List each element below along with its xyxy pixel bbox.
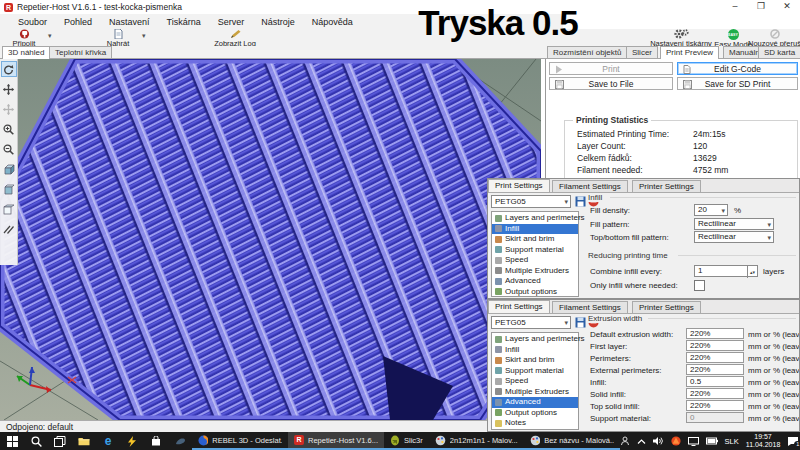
tab-printer-settings[interactable]: Printer Settings xyxy=(632,180,701,192)
people-icon[interactable] xyxy=(620,436,630,446)
tab-printer-settings[interactable]: Printer Settings xyxy=(632,301,701,313)
close-button[interactable]: ✕ xyxy=(774,0,800,14)
profile-combo[interactable]: PETG05▾ xyxy=(491,195,571,208)
profile-combo[interactable]: PETG05▾ xyxy=(491,316,571,329)
task-view-icon[interactable] xyxy=(48,432,72,450)
zoom-in-tool[interactable] xyxy=(1,121,17,137)
fill-pattern-combo[interactable]: Rectilinear▾ xyxy=(694,218,774,230)
taskbar-window-repetier[interactable]: R Repetier-Host V1.6... xyxy=(288,432,384,450)
tab-filament-settings[interactable]: Filament Settings xyxy=(552,180,628,192)
extrusion-input[interactable]: 220% xyxy=(686,388,744,399)
connect-dropdown-caret[interactable]: ▾ xyxy=(48,32,52,40)
store-icon[interactable] xyxy=(144,432,168,450)
tab-print-settings[interactable]: Print Settings xyxy=(488,179,550,192)
tree-item[interactable]: Layers and perimeters xyxy=(492,213,578,224)
extrusion-input[interactable]: 220% xyxy=(686,340,744,351)
tab-slicer[interactable]: Slicer xyxy=(626,46,658,58)
edit-gcode-button[interactable]: Edit G-Code xyxy=(677,62,798,75)
tab-filament-settings[interactable]: Filament Settings xyxy=(552,301,628,313)
menu-server[interactable]: Server xyxy=(218,17,245,27)
emergency-stop-button[interactable]: Nouzové přerušení xyxy=(748,29,800,46)
extrusion-input[interactable]: 0.5 xyxy=(686,376,744,387)
network-display-icon[interactable] xyxy=(688,437,699,446)
battery-icon[interactable] xyxy=(706,437,718,445)
tab-3d-nahled[interactable]: 3D náhled xyxy=(2,46,50,59)
iso-view-tool[interactable] xyxy=(1,161,17,177)
save-for-sd-button[interactable]: Save for SD Print xyxy=(677,77,798,90)
tree-item[interactable]: Skirt and brim xyxy=(492,355,578,366)
tree-item[interactable]: Infill xyxy=(492,345,578,356)
tree-item[interactable]: Speed xyxy=(492,376,578,387)
printer-settings-button[interactable]: Nastavení tiskárny xyxy=(645,29,717,46)
tree-item[interactable]: Layers and perimeters xyxy=(492,334,578,345)
tree-item[interactable]: Skirt and brim xyxy=(492,234,578,245)
zoom-out-tool[interactable] xyxy=(1,141,17,157)
rotate-view-tool[interactable] xyxy=(1,61,17,77)
taskbar-window-paint-1[interactable]: 2n12m1n1 - Malov... xyxy=(429,432,524,450)
tree-item[interactable]: Support material xyxy=(492,245,578,256)
menu-tiskarna[interactable]: Tiskárna xyxy=(167,17,201,27)
fill-density-combo[interactable]: 20▾ xyxy=(694,204,728,216)
tab-print-settings[interactable]: Print Settings xyxy=(488,300,550,313)
tree-item[interactable]: Output options xyxy=(492,287,578,298)
menu-pohled[interactable]: Pohled xyxy=(64,17,92,27)
tab-rozmisteni-objektu[interactable]: Rozmístění objektů xyxy=(547,46,627,58)
load-dropdown-caret[interactable]: ▾ xyxy=(142,32,146,40)
search-icon[interactable] xyxy=(24,432,48,450)
save-profile-icon[interactable] xyxy=(575,196,586,207)
clock[interactable]: 19:57 11.04.2018 xyxy=(746,433,781,449)
tab-print-preview[interactable]: Print Preview xyxy=(660,46,719,59)
menu-napoveda[interactable]: Nápověda xyxy=(312,17,353,27)
only-infill-checkbox[interactable] xyxy=(694,280,705,291)
tree-item[interactable]: Notes xyxy=(492,418,578,429)
tray-expand-chevron-icon[interactable] xyxy=(637,438,646,445)
connect-button[interactable]: Připojit xyxy=(2,29,46,46)
tree-item[interactable]: Speed xyxy=(492,255,578,266)
menu-nastroje[interactable]: Nástroje xyxy=(261,17,295,27)
edge-icon[interactable]: e xyxy=(96,432,120,450)
taskbar-window-paint-2[interactable]: Bez názvu - Malová... xyxy=(524,432,620,450)
top-view-tool[interactable] xyxy=(1,201,17,217)
spinner-arrows[interactable]: ▴▾ xyxy=(747,266,757,278)
extrusion-input[interactable]: 220% xyxy=(686,352,744,363)
menu-nastaveni[interactable]: Nastavení xyxy=(109,17,150,27)
tab-sd-karta[interactable]: SD karta xyxy=(758,46,800,58)
tree-item[interactable]: Advanced xyxy=(492,276,578,287)
load-button[interactable]: Nahrát xyxy=(96,29,140,46)
save-profile-icon[interactable] xyxy=(575,317,586,328)
top-bottom-pattern-combo[interactable]: Rectilinear▾ xyxy=(694,231,774,243)
front-view-tool[interactable] xyxy=(1,181,17,197)
taskbar-window-firefox[interactable]: REBEL 3D - Odeslat... xyxy=(192,432,288,450)
extrusion-input[interactable]: 220% xyxy=(686,328,744,339)
menu-soubor[interactable]: Soubor xyxy=(18,17,47,27)
save-to-file-button[interactable]: Save to File xyxy=(549,77,673,90)
3d-viewport[interactable] xyxy=(0,59,541,420)
maximize-button[interactable]: ❐ xyxy=(748,0,774,14)
combine-infill-input[interactable]: 1▴▾ xyxy=(694,265,758,277)
show-log-button[interactable]: Zobrazit Log xyxy=(185,29,285,46)
minimize-button[interactable]: – xyxy=(722,0,748,14)
parallel-projection-tool[interactable] xyxy=(1,221,17,237)
tree-item-selected[interactable]: Infill xyxy=(492,224,578,235)
app-icon[interactable] xyxy=(168,432,192,450)
lightning-app-icon[interactable] xyxy=(120,432,144,450)
action-center-icon[interactable]: 1 xyxy=(787,436,799,447)
tree-item[interactable]: Multiple Extruders xyxy=(492,387,578,398)
tab-teplotni-krivka[interactable]: Teplotní křivka xyxy=(49,46,112,58)
move-object-tool[interactable] xyxy=(1,101,17,117)
tree-item[interactable]: Multiple Extruders xyxy=(492,266,578,277)
tree-item[interactable]: Support material xyxy=(492,366,578,377)
easy-mode-button[interactable]: EASY Easy Mode xyxy=(713,29,753,46)
move-view-tool[interactable] xyxy=(1,81,17,97)
print-button[interactable]: Print xyxy=(549,62,673,75)
antivirus-icon[interactable] xyxy=(671,436,681,446)
start-button[interactable] xyxy=(0,432,24,450)
file-explorer-icon[interactable] xyxy=(72,432,96,450)
extrusion-input[interactable]: 220% xyxy=(686,400,744,411)
tree-item[interactable]: Output options xyxy=(492,408,578,419)
tree-item-selected[interactable]: Advanced xyxy=(492,397,578,408)
taskbar-window-slic3r[interactable]: Slic3r xyxy=(384,432,429,450)
volume-icon[interactable] xyxy=(653,436,664,446)
extrusion-input[interactable]: 220% xyxy=(686,364,744,375)
language-indicator[interactable]: SLK xyxy=(725,437,739,446)
